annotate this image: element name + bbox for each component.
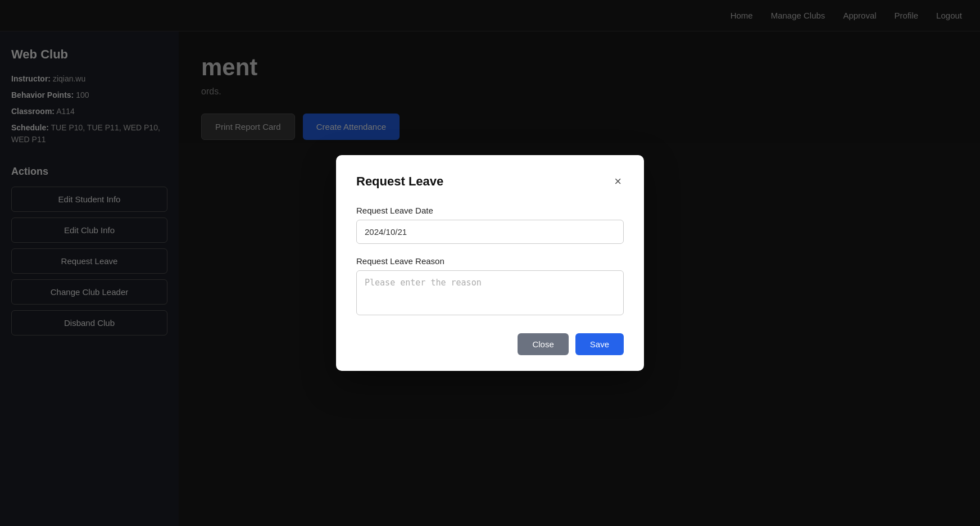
modal-title: Request Leave <box>356 174 443 189</box>
modal-save-button[interactable]: Save <box>575 333 624 355</box>
date-input[interactable] <box>356 220 624 244</box>
reason-label: Request Leave Reason <box>356 256 624 266</box>
request-leave-modal: Request Leave × Request Leave Date Reque… <box>336 155 644 371</box>
modal-overlay: Request Leave × Request Leave Date Reque… <box>0 0 980 526</box>
date-form-group: Request Leave Date <box>356 206 624 244</box>
reason-form-group: Request Leave Reason <box>356 256 624 318</box>
modal-header: Request Leave × <box>356 173 624 190</box>
modal-close-button[interactable]: Close <box>518 333 568 355</box>
reason-textarea[interactable] <box>356 270 624 315</box>
modal-close-x-button[interactable]: × <box>612 173 624 190</box>
date-label: Request Leave Date <box>356 206 624 215</box>
modal-footer: Close Save <box>356 333 624 355</box>
